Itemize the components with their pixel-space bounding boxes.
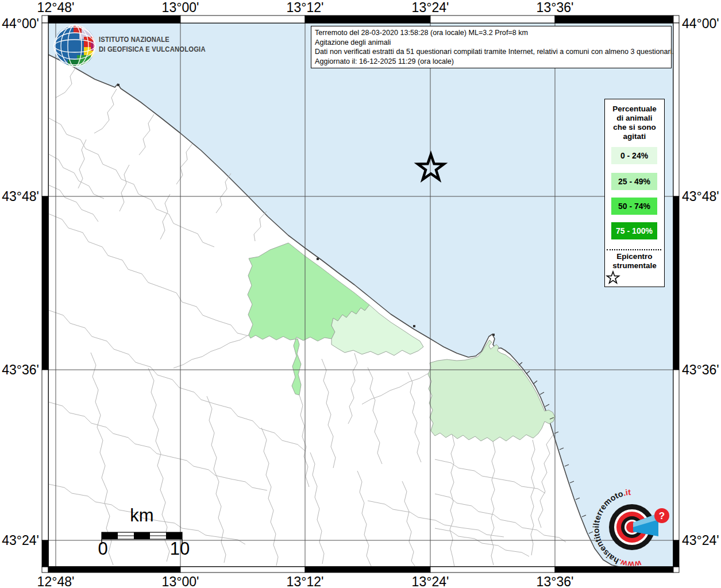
event-updated-at: Aggiornato il: 16-12-2025 11:29 (ora loc… <box>315 57 668 67</box>
legend-swatch-1: 25 - 49% <box>611 173 657 190</box>
lat-label-left-2: 43°36' <box>0 362 39 377</box>
event-data-note: Dati non verificati estratti da 51 quest… <box>315 47 668 57</box>
lon-label-bottom-4: 13°36' <box>537 574 574 588</box>
lon-label-top-4: 13°36' <box>537 0 574 15</box>
lon-label-top-3: 13°24' <box>412 0 449 15</box>
scale-start-label: 0 <box>98 539 107 559</box>
lat-label-right-1: 43°48' <box>682 189 719 204</box>
legend-swatch-2: 50 - 74% <box>611 198 657 215</box>
scale-end-label: 10 <box>170 539 190 559</box>
lon-label-top-0: 12°48' <box>37 0 75 15</box>
question-mark: ? <box>659 510 665 521</box>
scale-unit-label: km <box>130 505 153 526</box>
legend: Percentuale di animali che si sono agita… <box>604 99 665 287</box>
lon-label-bottom-3: 13°24' <box>412 574 449 588</box>
event-effect-type: Agitazione degli animali <box>315 38 668 48</box>
legend-swatch-0: 0 - 24% <box>611 147 657 164</box>
lat-label-left-1: 43°48' <box>0 189 39 204</box>
map-page: ? www.haisentitoilterremoto.it <box>0 0 721 588</box>
lat-label-left-3: 43°24' <box>0 533 39 548</box>
lon-label-bottom-0: 12°48' <box>37 574 75 588</box>
lat-label-right-3: 43°24' <box>682 533 719 548</box>
event-summary: Terremoto del 28-03-2020 13:58:28 (ora l… <box>315 28 668 38</box>
lat-label-right-0: 44°00' <box>682 16 719 31</box>
legend-swatch-3: 75 - 100% <box>611 222 657 239</box>
lon-label-bottom-2: 13°12' <box>287 574 324 588</box>
lon-label-top-1: 13°00' <box>162 0 199 15</box>
event-info-box: Terremoto del 28-03-2020 13:58:28 (ora l… <box>311 26 672 68</box>
lat-label-right-2: 43°36' <box>682 362 719 377</box>
legend-epicenter-label: Epicentro strumentale <box>605 252 664 270</box>
ingv-line1: ISTITUTO NAZIONALE <box>99 35 206 45</box>
lat-label-left-0: 44°00' <box>0 16 39 31</box>
ingv-logo-text: ISTITUTO NAZIONALE DI GEOFISICA E VULCAN… <box>99 35 206 55</box>
legend-title: Percentuale di animali che si sono agita… <box>605 105 664 141</box>
epicenter-star-icon <box>605 270 664 285</box>
lon-label-top-2: 13°12' <box>287 0 324 15</box>
ingv-line2: DI GEOFISICA E VULCANOLOGIA <box>99 45 206 55</box>
lon-label-bottom-1: 13°00' <box>162 574 199 588</box>
legend-separator <box>607 249 661 250</box>
map-canvas: ? www.haisentitoilterremoto.it <box>0 0 721 588</box>
